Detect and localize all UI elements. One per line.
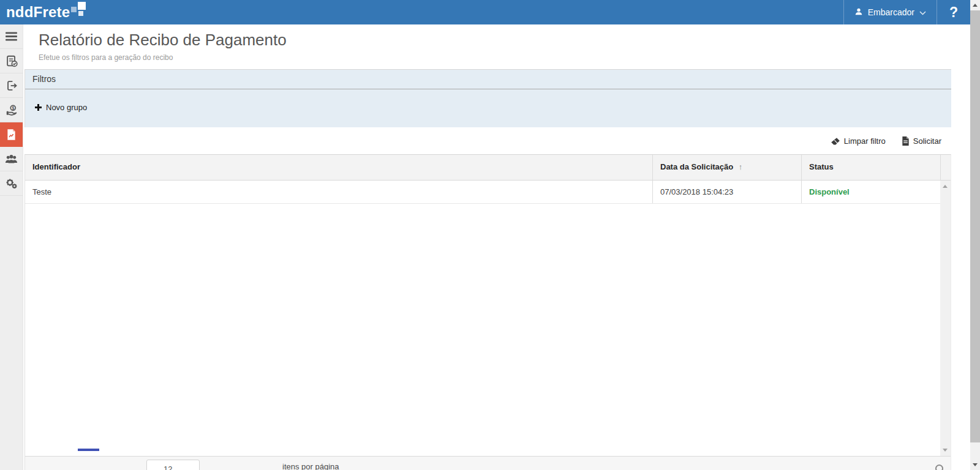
sidebar-item-users[interactable] — [0, 147, 23, 171]
solicitar-button[interactable]: Solicitar — [902, 136, 941, 146]
pager-bar: 12 itens por página — [25, 456, 951, 470]
filters-panel: Filtros Novo grupo — [24, 69, 951, 127]
grid-header-spacer — [940, 155, 951, 180]
selected-page-indicator — [78, 449, 99, 451]
app-header: nddFrete Embarcador ? — [0, 0, 970, 24]
table-row[interactable]: Teste 07/03/2018 15:04:23 Disponível — [25, 181, 951, 204]
help-button[interactable]: ? — [937, 4, 970, 21]
grid-body: Teste 07/03/2018 15:04:23 Disponível — [25, 181, 951, 456]
filters-panel-body: Novo grupo — [25, 89, 951, 127]
column-header-data-solicitacao[interactable]: Data da Solicitação ↑ — [652, 155, 801, 180]
cell-identificador: Teste — [25, 181, 652, 203]
users-icon — [4, 152, 18, 166]
new-group-button[interactable]: Novo grupo — [35, 103, 87, 112]
solicitar-label: Solicitar — [913, 136, 941, 146]
sort-asc-icon: ↑ — [739, 162, 743, 171]
page-head: Relatório de Recibo de Pagamento Efetue … — [23, 24, 970, 69]
sidebar-item-payments[interactable]: $ — [0, 98, 23, 122]
filters-panel-title: Filtros — [25, 70, 951, 89]
grid-header: Identificador Data da Solicitação ↑ Stat… — [25, 155, 951, 181]
column-header-identificador[interactable]: Identificador — [25, 155, 652, 180]
clear-filter-label: Limpar filtro — [844, 136, 886, 146]
column-label: Data da Solicitação — [660, 162, 733, 171]
app-logo: nddFrete — [0, 0, 87, 24]
brand-text: nddFrete — [6, 0, 70, 24]
new-group-label: Novo grupo — [46, 103, 87, 112]
sidebar-item-orders[interactable] — [0, 49, 23, 73]
actions-row: Limpar filtro Solicitar — [23, 127, 951, 154]
export-icon — [5, 79, 18, 92]
report-icon — [5, 128, 18, 141]
sidebar-item-export[interactable] — [0, 73, 23, 98]
column-label: Status — [809, 162, 834, 171]
scroll-up-arrow-icon[interactable] — [943, 185, 948, 188]
brand-squares-icon — [71, 2, 87, 18]
results-grid: Identificador Data da Solicitação ↑ Stat… — [24, 154, 951, 470]
page-title: Relatório de Recibo de Pagamento — [39, 31, 970, 50]
scroll-down-arrow-icon[interactable] — [943, 449, 948, 452]
user-icon — [854, 7, 863, 18]
column-label: Identificador — [32, 162, 80, 171]
hamburger-icon — [6, 32, 17, 41]
svg-text:$: $ — [12, 105, 14, 110]
refresh-icon[interactable] — [935, 464, 943, 470]
user-menu-label: Embarcador — [868, 7, 914, 17]
gears-icon — [5, 177, 18, 190]
plus-icon — [35, 104, 42, 111]
window-scrollbar[interactable] — [970, 0, 980, 470]
chevron-down-icon — [919, 7, 926, 17]
sidebar: $ — [0, 24, 23, 470]
scrollbar-down-button[interactable] — [970, 460, 980, 470]
sidebar-item-reports-active[interactable] — [0, 122, 23, 147]
status-badge: Disponível — [801, 181, 951, 203]
page-subtitle: Efetue os filtros para a geração do reci… — [39, 53, 970, 62]
document-icon — [902, 136, 910, 146]
sidebar-item-settings[interactable] — [0, 171, 23, 196]
user-menu[interactable]: Embarcador — [843, 0, 937, 24]
scrollbar-up-button[interactable] — [970, 0, 980, 10]
scrollbar-thumb[interactable] — [970, 10, 980, 442]
sidebar-item-menu-toggle[interactable] — [0, 24, 23, 49]
page-size-label: itens por página — [282, 462, 339, 470]
cell-data-solicitacao: 07/03/2018 15:04:23 — [652, 181, 801, 203]
clear-filter-button[interactable]: Limpar filtro — [831, 136, 886, 146]
grid-vertical-scrollbar[interactable] — [940, 181, 951, 456]
main-content: Relatório de Recibo de Pagamento Efetue … — [23, 24, 970, 470]
eraser-icon — [831, 137, 840, 146]
page-size-select[interactable]: 12 — [146, 460, 200, 470]
column-header-status[interactable]: Status — [801, 155, 940, 180]
clipboard-check-icon — [5, 54, 18, 68]
money-hand-icon: $ — [5, 103, 18, 117]
